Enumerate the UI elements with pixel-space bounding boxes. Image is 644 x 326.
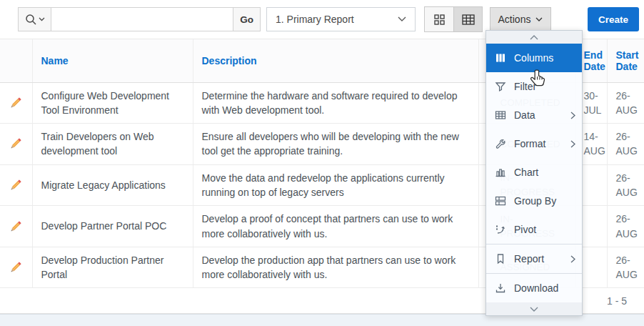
edit-pencil-icon [0, 260, 32, 275]
download-icon [495, 282, 506, 294]
name-column-header[interactable]: Name [32, 39, 193, 82]
menu-scroll-up[interactable] [486, 31, 582, 44]
edit-pencil-icon [0, 178, 32, 192]
edit-pencil-icon [0, 137, 32, 151]
edit-row-button[interactable] [0, 247, 32, 288]
menu-item-report[interactable]: Report [486, 244, 582, 273]
start-date-cell: 26-AUG [607, 247, 644, 288]
name-cell: Train Developers on Web development tool [32, 124, 193, 165]
menu-item-download[interactable]: Download [486, 274, 582, 302]
edit-row-button[interactable] [0, 164, 32, 206]
description-cell: Determine the hardware and software requ… [193, 82, 478, 124]
menu-item-columns[interactable]: Columns [486, 44, 582, 72]
go-button[interactable]: Go [233, 7, 261, 31]
name-cell: Develop Production Partner Portal [32, 247, 193, 288]
chevron-right-icon [570, 140, 576, 147]
chart-icon [495, 167, 506, 178]
description-cell: Develop the production app that partners… [193, 247, 478, 288]
description-cell: Move the data and redevelop the applicat… [193, 164, 478, 206]
group-by-icon [495, 195, 506, 207]
search-icon [25, 14, 37, 26]
menu-item-label: Format [514, 138, 563, 149]
chevron-down-icon [39, 17, 45, 21]
menu-item-group-by[interactable]: Group By [486, 187, 582, 215]
filter-icon [495, 81, 506, 92]
menu-item-label: Report [514, 253, 563, 265]
pivot-icon [495, 224, 506, 235]
name-cell: Migrate Legacy Applications [32, 164, 193, 206]
menu-item-label: Data [514, 109, 563, 121]
actions-button-label: Actions [498, 14, 531, 25]
table-view-icon [462, 14, 475, 25]
start-date-cell: 26-AUG [607, 206, 644, 247]
menu-item-label: Columns [514, 52, 576, 64]
name-cell: Develop Partner Portal POC [32, 206, 193, 247]
start-date-column-header[interactable]: Start Date [607, 39, 644, 82]
chevron-down-icon [535, 17, 543, 22]
grid-view-button[interactable] [425, 7, 453, 31]
search-input[interactable] [51, 7, 233, 31]
menu-item-data[interactable]: Data [486, 101, 582, 129]
start-date-cell: 26-AUG [607, 82, 644, 124]
grid-view-icon [433, 14, 446, 26]
create-button[interactable]: Create [588, 7, 639, 31]
edit-pencil-icon [0, 219, 32, 234]
interactive-report-page: Go 1. Primary Report Actions [0, 0, 644, 326]
edit-pencil-icon [0, 96, 32, 110]
pagination-label: 1 - 5 [607, 295, 627, 307]
scroll-down-icon [530, 307, 538, 312]
hand-cursor-icon [529, 69, 548, 90]
report-icon [495, 253, 506, 265]
table-view-button[interactable] [453, 7, 482, 31]
data-icon [495, 109, 506, 121]
menu-scroll-down[interactable] [486, 302, 582, 315]
menu-item-label: Pivot [514, 224, 576, 235]
search-group: Go [18, 7, 261, 31]
scroll-up-icon [530, 35, 538, 40]
format-icon [495, 138, 506, 149]
columns-icon [495, 52, 506, 64]
menu-item-label: Chart [514, 167, 576, 178]
description-cell: Ensure all developers who will be develo… [193, 124, 478, 165]
name-cell: Configure Web Development Tool Environme… [32, 82, 193, 124]
edit-row-button[interactable] [0, 82, 32, 124]
menu-item-format[interactable]: Format [486, 129, 582, 158]
actions-button[interactable]: Actions [490, 7, 551, 31]
report-select-value: 1. Primary Report [276, 14, 354, 25]
menu-item-chart[interactable]: Chart [486, 158, 582, 187]
search-options-button[interactable] [18, 7, 51, 31]
description-column-header[interactable]: Description [193, 39, 478, 82]
start-date-cell: 26-AUG [607, 164, 644, 206]
description-cell: Develop a proof of concept that partners… [193, 206, 478, 247]
edit-column-header [0, 39, 32, 82]
start-date-cell: 26-AUG [607, 124, 644, 165]
report-select[interactable]: 1. Primary Report [266, 7, 416, 31]
chevron-right-icon [570, 112, 576, 119]
menu-item-label: Download [514, 282, 576, 294]
view-toggle [424, 6, 483, 32]
menu-item-pivot[interactable]: Pivot [486, 215, 582, 244]
edit-row-button[interactable] [0, 206, 32, 247]
chevron-down-icon [398, 16, 406, 22]
menu-item-label: Group By [514, 195, 576, 207]
chevron-right-icon [570, 255, 576, 262]
edit-row-button[interactable] [0, 124, 32, 165]
